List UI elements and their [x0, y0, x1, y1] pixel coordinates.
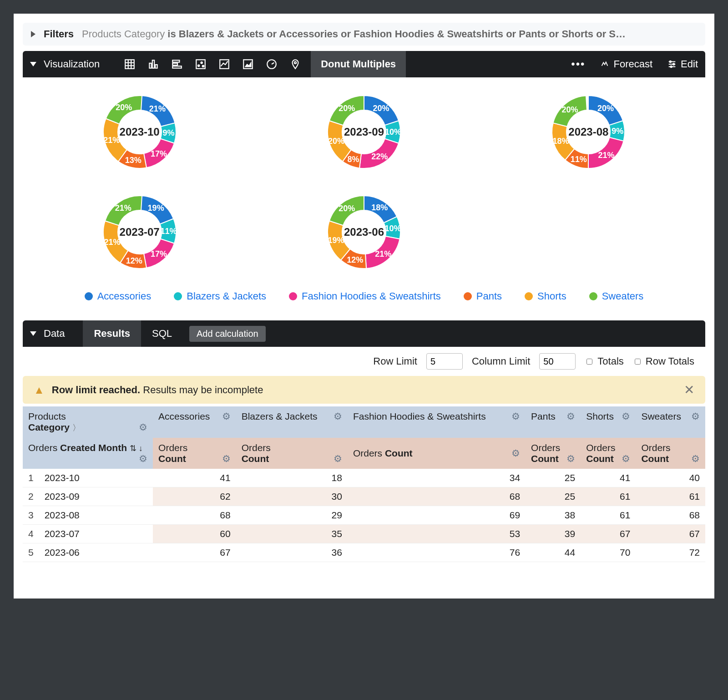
- value-cell: 68: [153, 506, 236, 525]
- pivot-header[interactable]: Sweaters⚙: [636, 406, 705, 438]
- gear-icon[interactable]: ⚙: [691, 453, 700, 464]
- pivot-header[interactable]: Blazers & Jackets⚙: [236, 406, 348, 438]
- value-cell: 70: [581, 543, 636, 562]
- legend-item[interactable]: Shorts: [525, 290, 566, 302]
- viz-bar-icon[interactable]: [167, 54, 187, 74]
- pivot-header[interactable]: Pants⚙: [526, 406, 581, 438]
- totals-checkbox[interactable]: Totals: [585, 355, 623, 367]
- slice-label: 12%: [126, 256, 142, 265]
- value-cell: 76: [348, 543, 526, 562]
- legend-dot: [589, 292, 597, 300]
- svg-rect-7: [196, 60, 205, 69]
- gear-icon[interactable]: ⚙: [511, 448, 520, 459]
- donut-2023-10[interactable]: 2023-1021%9%17%13%21%20%: [94, 86, 185, 178]
- chevron-down-icon[interactable]: [30, 62, 36, 66]
- value-cell: 61: [581, 487, 636, 506]
- measure-header[interactable]: OrdersCount⚙: [581, 438, 636, 469]
- viz-line-icon[interactable]: [214, 54, 234, 74]
- svg-rect-1: [149, 63, 151, 68]
- edit-button[interactable]: Edit: [660, 58, 705, 70]
- measure-header[interactable]: OrdersCount⚙: [636, 438, 705, 469]
- chevron-down-icon[interactable]: [30, 331, 36, 336]
- gear-icon[interactable]: ⚙: [139, 422, 147, 433]
- value-cell: 53: [348, 525, 526, 543]
- data-label: Data: [44, 328, 65, 340]
- gear-icon[interactable]: ⚙: [566, 411, 575, 422]
- gear-icon[interactable]: ⚙: [334, 453, 342, 464]
- slice-label: 20%: [562, 105, 578, 114]
- viz-scatter-icon[interactable]: [191, 54, 211, 74]
- legend-item[interactable]: Sweaters: [589, 290, 644, 302]
- legend-label: Accessories: [97, 290, 152, 302]
- legend-item[interactable]: Fashion Hoodies & Sweatshirts: [289, 290, 441, 302]
- gear-icon[interactable]: ⚙: [139, 453, 147, 464]
- value-cell: 34: [348, 469, 526, 487]
- visualization-label: Visualization: [44, 58, 100, 70]
- tab-results[interactable]: Results: [83, 320, 141, 347]
- viz-area-icon[interactable]: [238, 54, 258, 74]
- legend-label: Blazers & Jackets: [187, 290, 266, 302]
- svg-rect-6: [172, 66, 182, 68]
- measure-header[interactable]: Orders Count⚙: [348, 438, 526, 469]
- legend-item[interactable]: Accessories: [85, 290, 152, 302]
- value-cell: 68: [348, 487, 526, 506]
- gear-icon[interactable]: ⚙: [622, 411, 630, 422]
- sliders-icon: [667, 59, 677, 69]
- pivot-header[interactable]: Accessories⚙: [153, 406, 236, 438]
- viz-map-icon[interactable]: [285, 54, 305, 74]
- column-limit-label: Column Limit: [472, 355, 530, 367]
- gear-icon[interactable]: ⚙: [622, 453, 630, 464]
- legend-item[interactable]: Blazers & Jackets: [174, 290, 266, 302]
- row-limit-input[interactable]: [426, 353, 463, 370]
- svg-point-15: [670, 61, 672, 63]
- donut-2023-06[interactable]: 2023-0618%10%21%12%19%20%: [318, 187, 410, 278]
- viz-gauge-icon[interactable]: [262, 54, 282, 74]
- month-cell: 2023-06: [39, 543, 153, 562]
- gear-icon[interactable]: ⚙: [566, 453, 575, 464]
- results-table: ProductsCategory 〉⚙Accessories⚙Blazers &…: [23, 406, 705, 562]
- legend-dot: [174, 292, 182, 300]
- donut-2023-07[interactable]: 2023-0719%11%17%12%21%21%: [94, 187, 185, 278]
- gear-icon[interactable]: ⚙: [511, 411, 520, 422]
- viz-type-active[interactable]: Donut Multiples: [311, 51, 406, 77]
- donut-2023-08[interactable]: 2023-0820%9%21%11%18%20%: [543, 86, 634, 178]
- gear-icon[interactable]: ⚙: [691, 411, 700, 422]
- value-cell: 25: [526, 487, 581, 506]
- dimension-header[interactable]: ProductsCategory 〉⚙: [23, 406, 153, 438]
- value-cell: 44: [526, 543, 581, 562]
- gear-icon[interactable]: ⚙: [222, 411, 231, 422]
- orders-month-header[interactable]: Orders Created Month ⇅ ↓⚙: [23, 438, 153, 469]
- slice-label: 21%: [598, 150, 615, 160]
- slice-label: 10%: [385, 127, 401, 137]
- svg-rect-5: [172, 63, 177, 65]
- value-cell: 72: [636, 543, 705, 562]
- tab-sql[interactable]: SQL: [141, 320, 183, 347]
- donut-2023-09[interactable]: 2023-0920%10%22%8%20%20%: [318, 86, 410, 178]
- row-totals-checkbox[interactable]: Row Totals: [633, 355, 694, 367]
- add-calculation-button[interactable]: Add calculation: [189, 326, 266, 342]
- gear-icon[interactable]: ⚙: [222, 453, 231, 464]
- forecast-button[interactable]: Forecast: [592, 58, 660, 70]
- close-icon[interactable]: ✕: [684, 382, 694, 397]
- row-number: 3: [23, 506, 39, 525]
- viz-table-icon[interactable]: [120, 54, 140, 74]
- sparkle-icon: [600, 59, 610, 69]
- measure-header[interactable]: OrdersCount⚙: [236, 438, 348, 469]
- column-limit-input[interactable]: [539, 353, 576, 370]
- legend-label: Sweaters: [602, 290, 644, 302]
- legend-item[interactable]: Pants: [464, 290, 502, 302]
- value-cell: 67: [636, 525, 705, 543]
- viz-column-icon[interactable]: [143, 54, 163, 74]
- gear-icon[interactable]: ⚙: [334, 411, 342, 422]
- pivot-header[interactable]: Fashion Hoodies & Sweatshirts⚙: [348, 406, 526, 438]
- warning-icon: ▲: [34, 384, 45, 396]
- slice-label: 21%: [103, 135, 120, 145]
- measure-header[interactable]: OrdersCount⚙: [153, 438, 236, 469]
- viz-more-button[interactable]: •••: [564, 58, 592, 71]
- measure-header[interactable]: OrdersCount⚙: [526, 438, 581, 469]
- filters-bar[interactable]: Filters Products Category is Blazers & J…: [23, 23, 705, 46]
- month-cell: 2023-10: [39, 469, 153, 487]
- pivot-header[interactable]: Shorts⚙: [581, 406, 636, 438]
- svg-rect-4: [172, 60, 179, 62]
- value-cell: 35: [236, 525, 348, 543]
